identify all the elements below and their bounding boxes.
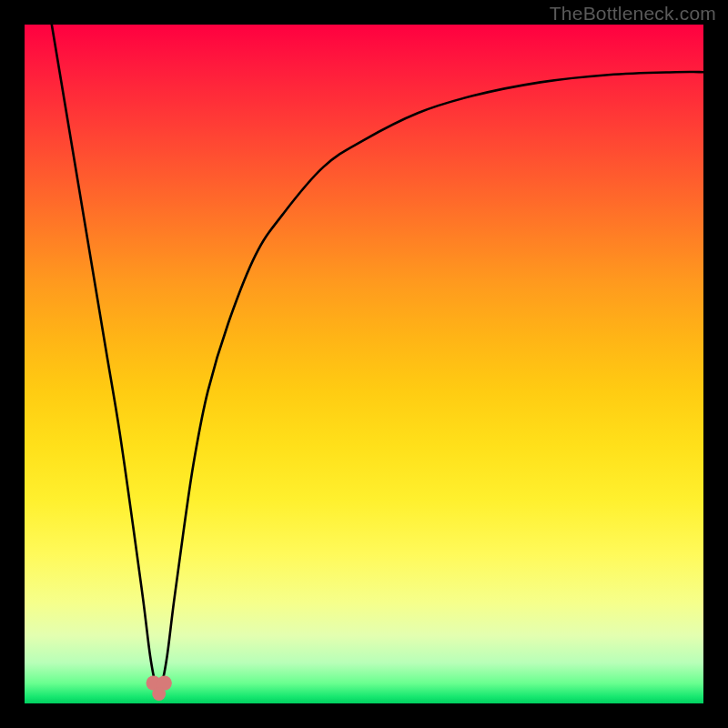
plot-area	[25, 25, 703, 703]
min-markers	[147, 675, 172, 701]
watermark-text: TheBottleneck.com	[550, 3, 716, 25]
chart-frame: TheBottleneck.com	[0, 0, 728, 728]
bottleneck-curve	[52, 25, 703, 687]
min-marker-bottom	[152, 687, 166, 701]
chart-svg	[25, 25, 703, 703]
